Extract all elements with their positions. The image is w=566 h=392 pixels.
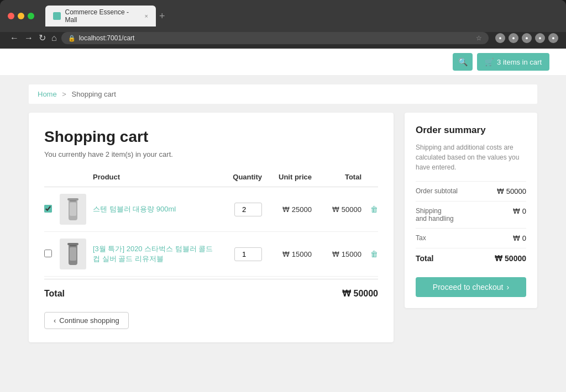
search-icon: 🔍 [458, 57, 468, 66]
svg-rect-1 [70, 200, 76, 202]
ext-icon-4[interactable]: ● [535, 33, 545, 43]
shipping-label: Shippingand handling [416, 207, 454, 223]
nav-buttons: ← → ↻ ⌂ [8, 33, 59, 44]
home-button[interactable]: ⌂ [49, 33, 59, 44]
back-button[interactable]: ← [8, 33, 21, 44]
svg-rect-2 [70, 203, 76, 216]
cart-layout: Shopping cart You currently have 2 item(… [29, 113, 537, 342]
checkout-arrow-icon: › [506, 283, 509, 292]
tax-label: Tax [416, 234, 426, 242]
breadcrumb-current: Shopping cart [72, 90, 116, 98]
checkout-label: Proceed to checkout [433, 283, 504, 292]
product-2-image [60, 239, 86, 269]
row-1-checkbox[interactable] [44, 205, 52, 213]
breadcrumb-separator: > [62, 90, 66, 98]
ext-icon-3[interactable]: ● [522, 33, 532, 43]
col-header-product: Product [93, 169, 218, 187]
forward-button[interactable]: → [22, 33, 35, 44]
shipping-value: ₩ 0 [513, 207, 526, 215]
product-2-delete-button[interactable]: 🗑 [370, 250, 378, 258]
tab-bar: Commerce Essence - Mall × + [45, 6, 558, 27]
total-label: Total [44, 289, 65, 299]
col-header-total: Total [312, 169, 361, 187]
summary-note: Shipping and additional costs are calcul… [416, 142, 526, 172]
cart-card: Shopping cart You currently have 2 item(… [29, 113, 394, 342]
product-1-delete-button[interactable]: 🗑 [370, 205, 378, 214]
continue-shopping-button[interactable]: ‹ Continue shopping [44, 312, 129, 329]
summary-total-label: Total [416, 254, 433, 263]
search-button[interactable]: 🔍 [453, 53, 473, 71]
reload-button[interactable]: ↻ [36, 33, 48, 44]
cart-icon: 🛒 [485, 58, 494, 66]
active-tab[interactable]: Commerce Essence - Mall × [45, 6, 156, 27]
product-2-quantity-input[interactable] [234, 247, 262, 261]
product-1-unit-price: ₩ 25000 [262, 187, 312, 232]
bookmark-icon[interactable]: ☆ [476, 34, 482, 42]
order-summary: Order summary Shipping and additional co… [405, 113, 537, 308]
col-header-unit-price: Unit price [262, 169, 312, 187]
ext-icon-1[interactable]: ● [495, 33, 505, 43]
tab-favicon [53, 12, 61, 20]
summary-title: Order summary [416, 125, 526, 136]
product-2-link[interactable]: [3월 특가] 2020 스타벅스 텀블러 콜드컵 실버 골드 리유저블 [93, 245, 213, 263]
url-text: localhost:7001/cart [79, 34, 473, 42]
site-header: 🔍 🛒 3 items in cart [0, 49, 566, 76]
cart-title: Shopping cart [44, 128, 378, 146]
breadcrumb: Home > Shopping cart [29, 84, 537, 104]
summary-row-subtotal: Order subtotal ₩ 50000 [416, 181, 526, 201]
breadcrumb-home-link[interactable]: Home [38, 90, 57, 98]
address-bar-row: ← → ↻ ⌂ 🔒 localhost:7001/cart ☆ ● ● ● ● … [0, 32, 566, 49]
header-actions: 🔍 🛒 3 items in cart [453, 53, 549, 71]
total-value: ₩ 50000 [342, 288, 378, 299]
col-header-quantity: Quantity [218, 169, 262, 187]
summary-total-row: Total ₩ 50000 [416, 248, 526, 268]
page-wrapper: 🔍 🛒 3 items in cart Home > Shopping cart… [0, 49, 566, 392]
subtotal-label: Order subtotal [416, 187, 458, 195]
product-1-link[interactable]: 스텐 텀블러 대용량 900ml [93, 205, 176, 213]
back-icon: ‹ [54, 316, 56, 325]
new-tab-button[interactable]: + [159, 10, 165, 22]
proceed-to-checkout-button[interactable]: Proceed to checkout › [416, 277, 526, 297]
tab-close-button[interactable]: × [145, 13, 148, 19]
continue-shopping-label: Continue shopping [59, 316, 119, 325]
summary-row-shipping: Shippingand handling ₩ 0 [416, 201, 526, 228]
tab-title: Commerce Essence - Mall [65, 8, 140, 24]
svg-rect-5 [70, 245, 76, 246]
tax-value: ₩ 0 [513, 234, 526, 242]
product-1-image [60, 194, 86, 225]
cart-button[interactable]: 🛒 3 items in cart [477, 53, 549, 71]
cart-subtitle: You currently have 2 item(s) in your car… [44, 150, 378, 158]
summary-row-tax: Tax ₩ 0 [416, 228, 526, 248]
minimize-window-button[interactable] [18, 13, 24, 19]
cart-total-row: Total ₩ 50000 [44, 279, 378, 303]
product-2-unit-price: ₩ 15000 [262, 232, 312, 277]
table-row: [3월 특가] 2020 스타벅스 텀블러 콜드컵 실버 골드 리유저블 ₩ 1… [44, 232, 378, 277]
subtotal-value: ₩ 50000 [497, 187, 526, 195]
svg-rect-3 [67, 198, 78, 200]
ext-icon-2[interactable]: ● [509, 33, 518, 43]
traffic-lights [8, 13, 34, 19]
product-2-total: ₩ 15000 [312, 232, 361, 277]
lock-icon: 🔒 [68, 35, 76, 42]
extension-icons: ● ● ● ● ● [495, 33, 558, 43]
url-bar[interactable]: 🔒 localhost:7001/cart ☆ [61, 32, 489, 44]
table-row: 스텐 텀블러 대용량 900ml ₩ 25000 ₩ 50000 🗑 [44, 187, 378, 232]
product-1-total: ₩ 50000 [312, 187, 361, 232]
close-window-button[interactable] [8, 13, 14, 19]
svg-rect-7 [67, 243, 78, 245]
svg-rect-6 [70, 247, 76, 261]
product-1-quantity-input[interactable] [234, 203, 262, 216]
row-2-checkbox[interactable] [44, 250, 52, 257]
cart-footer: ‹ Continue shopping [44, 312, 378, 329]
summary-total-value: ₩ 50000 [495, 254, 526, 263]
maximize-window-button[interactable] [28, 13, 34, 19]
ext-icon-5[interactable]: ● [548, 33, 558, 43]
cart-label: 3 items in cart [497, 58, 542, 66]
cart-table: Product Quantity Unit price Total [44, 169, 378, 277]
main-content: Home > Shopping cart Shopping cart You c… [18, 76, 548, 351]
